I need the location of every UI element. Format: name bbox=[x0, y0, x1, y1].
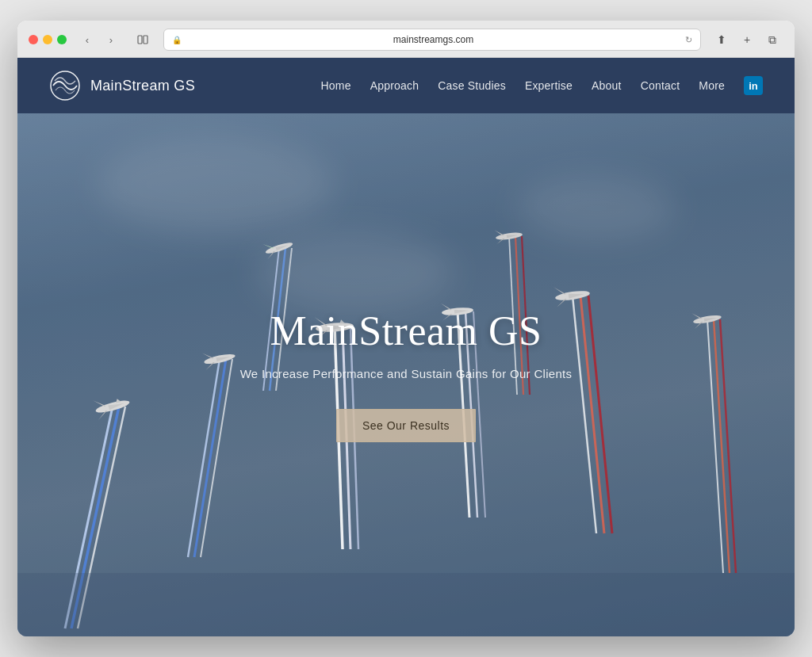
svg-rect-1 bbox=[144, 36, 147, 44]
url-text: mainstreamgs.com bbox=[186, 34, 680, 45]
sidebar-toggle-button[interactable] bbox=[132, 30, 154, 49]
logo-text: MainStream GS bbox=[90, 78, 195, 94]
browser-nav: ‹ › bbox=[76, 30, 122, 49]
hero-subtitle: We Increase Performance and Sustain Gain… bbox=[240, 367, 573, 380]
nav-home[interactable]: Home bbox=[321, 79, 351, 92]
logo-icon bbox=[49, 70, 81, 101]
browser-chrome: ‹ › 🔒 mainstreamgs.com ↻ ⬆ bbox=[17, 21, 795, 58]
svg-rect-62 bbox=[17, 573, 795, 636]
svg-rect-0 bbox=[138, 36, 142, 44]
close-button[interactable] bbox=[29, 35, 38, 44]
navbar: MainStream GS Home Approach Case Studies… bbox=[17, 58, 795, 113]
sidebar-icon bbox=[137, 34, 148, 45]
maximize-button[interactable] bbox=[57, 35, 67, 44]
browser-actions: ⬆ + ⧉ bbox=[710, 30, 783, 49]
nav-about[interactable]: About bbox=[592, 79, 622, 92]
minimize-button[interactable] bbox=[43, 35, 52, 44]
traffic-lights bbox=[29, 35, 67, 44]
nav-approach[interactable]: Approach bbox=[370, 79, 419, 92]
lock-icon: 🔒 bbox=[172, 36, 182, 44]
hero-title: MainStream GS bbox=[240, 307, 573, 354]
website: MainStream GS Home Approach Case Studies… bbox=[17, 58, 795, 636]
share-button[interactable]: ⬆ bbox=[710, 30, 733, 49]
nav-case-studies[interactable]: Case Studies bbox=[438, 79, 506, 92]
cta-button[interactable]: See Our Results bbox=[336, 409, 476, 442]
new-tab-button[interactable]: + bbox=[736, 30, 758, 49]
windows-button[interactable]: ⧉ bbox=[761, 30, 783, 49]
address-bar-container: 🔒 mainstreamgs.com ↻ bbox=[163, 29, 701, 51]
nav-contact[interactable]: Contact bbox=[641, 79, 680, 92]
back-button[interactable]: ‹ bbox=[76, 30, 98, 49]
nav-more[interactable]: More bbox=[699, 79, 725, 92]
nav-links: Home Approach Case Studies Expertise Abo… bbox=[321, 76, 763, 95]
linkedin-icon[interactable]: in bbox=[744, 76, 763, 95]
hero-content: MainStream GS We Increase Performance an… bbox=[240, 307, 573, 442]
address-bar[interactable]: 🔒 mainstreamgs.com ↻ bbox=[163, 29, 701, 51]
forward-button[interactable]: › bbox=[100, 30, 122, 49]
nav-expertise[interactable]: Expertise bbox=[525, 79, 573, 92]
logo-area: MainStream GS bbox=[49, 70, 321, 101]
hero-section: MainStream GS We Increase Performance an… bbox=[17, 113, 795, 636]
browser-window: ‹ › 🔒 mainstreamgs.com ↻ ⬆ bbox=[17, 21, 795, 636]
reload-icon[interactable]: ↻ bbox=[685, 35, 692, 45]
